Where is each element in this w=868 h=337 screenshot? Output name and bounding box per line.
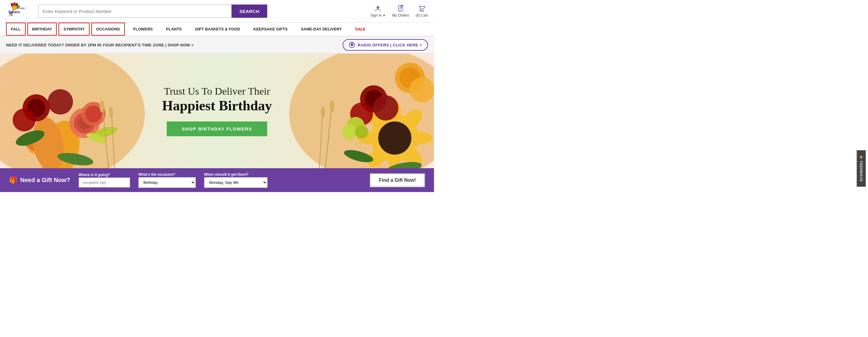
- my-orders-button[interactable]: ★ My Orders: [392, 5, 409, 18]
- search-button[interactable]: SEARCH: [231, 4, 267, 18]
- svg-point-33: [13, 108, 36, 131]
- svg-text:.com: .com: [8, 14, 13, 16]
- cart-button[interactable]: (0) Cart: [415, 5, 428, 18]
- nav-item-birthday[interactable]: BIRTHDAY: [27, 23, 57, 36]
- find-gift-button[interactable]: Find a Gift Now!: [370, 173, 425, 187]
- date-label: When should it get there?: [204, 172, 268, 177]
- svg-point-19: [351, 44, 353, 46]
- hero-section: Trust Us To Deliver Their Happiest Birth…: [0, 54, 434, 168]
- left-flowers: [0, 54, 169, 168]
- svg-point-48: [408, 132, 433, 144]
- gift-finder-bar: 🎁 Need a Gift Now? Where is it going? Wh…: [0, 168, 434, 192]
- navigation: FALL BIRTHDAY SYMPATHY OCCASIONS FLOWERS…: [0, 23, 434, 36]
- svg-point-67: [330, 100, 335, 112]
- gift-icon: 🎁: [9, 176, 17, 184]
- occasion-select[interactable]: Birthday Anniversary Sympathy Thank You …: [138, 177, 196, 188]
- date-field-group: When should it get there? Monday, Sep 9t…: [204, 172, 268, 188]
- nav-item-sale[interactable]: SALE: [349, 23, 372, 35]
- header-icons: Sign In ▼ ★ My Orders (0) Cart: [370, 5, 428, 18]
- svg-point-60: [373, 95, 398, 121]
- nav-item-fall[interactable]: FALL: [6, 23, 26, 36]
- radio-offer-button[interactable]: RADIO OFFERS | CLICK HERE >: [343, 39, 428, 50]
- svg-point-34: [48, 89, 73, 114]
- svg-point-42: [109, 107, 113, 118]
- date-select[interactable]: Monday, Sep 9th Tuesday, Sep 10th Wednes…: [204, 177, 268, 188]
- occasion-label: What's the occasion?: [138, 172, 196, 177]
- nav-item-plants[interactable]: PLANTS: [159, 23, 188, 35]
- hero-content: Trust Us To Deliver Their Happiest Birth…: [162, 86, 272, 136]
- zip-input[interactable]: [79, 177, 130, 188]
- search-area: SEARCH: [38, 4, 267, 18]
- hero-cta-button[interactable]: SHOP BIRTHDAY FLOWERS: [167, 122, 267, 136]
- svg-point-63: [355, 125, 368, 139]
- nav-item-flowers[interactable]: FLOWERS: [127, 23, 159, 35]
- svg-text:flowers: flowers: [8, 10, 20, 14]
- svg-text:★: ★: [401, 5, 403, 7]
- zip-label: Where is it going?: [79, 173, 130, 177]
- svg-point-62: [342, 125, 357, 140]
- nav-item-sympathy[interactable]: SYMPATHY: [59, 23, 89, 36]
- nav-item-keepsake[interactable]: KEEPSAKE GIFTS: [247, 23, 294, 35]
- logo[interactable]: 1·800 flowers .com: [6, 2, 33, 20]
- chevron-down-icon: ▼: [382, 14, 385, 17]
- svg-text:1·800: 1·800: [19, 7, 25, 10]
- svg-point-69: [321, 107, 325, 118]
- header: 1·800 flowers .com SEARCH Sign In ▼: [0, 0, 434, 23]
- svg-point-4: [12, 5, 17, 10]
- nav-item-gift-baskets[interactable]: GIFT BASKETS & FOOD: [188, 23, 247, 35]
- gift-finder-label: 🎁 Need a Gift Now?: [9, 176, 70, 184]
- hero-subtitle: Trust Us To Deliver Their: [162, 86, 272, 97]
- my-orders-label: My Orders: [392, 13, 409, 18]
- sign-in-label: Sign In ▼: [370, 13, 385, 18]
- radio-offer-text: RADIO OFFERS | CLICK HERE >: [358, 43, 422, 47]
- svg-point-9: [377, 6, 379, 9]
- hero-title: Happiest Birthday: [162, 98, 272, 114]
- nav-item-same-day[interactable]: SAME-DAY DELIVERY: [294, 23, 348, 35]
- svg-point-30: [85, 105, 102, 123]
- search-input[interactable]: [38, 4, 231, 18]
- svg-point-17: [423, 11, 424, 12]
- right-flowers: [265, 54, 434, 168]
- radio-icon: [349, 42, 355, 48]
- svg-point-56: [409, 77, 434, 102]
- svg-point-40: [99, 100, 104, 112]
- promo-text[interactable]: NEED IT DELIVERED TODAY? ORDER BY 2PM IN…: [6, 43, 194, 47]
- nav-item-occasions[interactable]: OCCASIONS: [91, 23, 125, 36]
- svg-point-16: [421, 11, 421, 12]
- svg-point-53: [378, 122, 411, 155]
- occasion-field-group: What's the occasion? Birthday Anniversar…: [138, 172, 196, 188]
- zip-field-group: Where is it going?: [79, 173, 130, 188]
- promo-banner: NEED IT DELIVERED TODAY? ORDER BY 2PM IN…: [0, 36, 434, 54]
- cart-label: (0) Cart: [415, 13, 428, 18]
- sign-in-button[interactable]: Sign In ▼: [370, 5, 385, 18]
